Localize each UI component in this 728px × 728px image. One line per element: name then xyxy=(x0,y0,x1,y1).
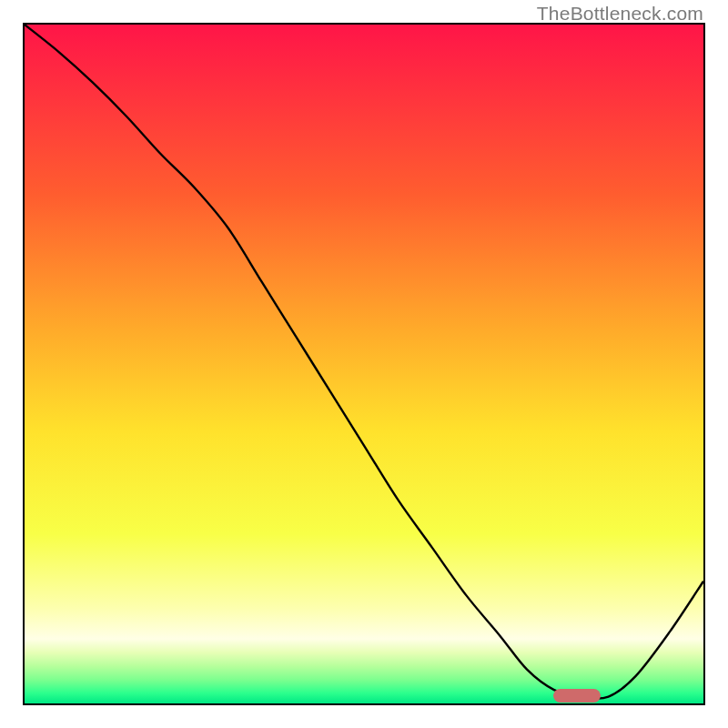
chart-frame: TheBottleneck.com xyxy=(0,0,728,728)
plot-area xyxy=(23,23,705,705)
chart-curve xyxy=(25,25,703,703)
watermark-text: TheBottleneck.com xyxy=(537,3,703,25)
optimal-marker xyxy=(553,689,601,703)
